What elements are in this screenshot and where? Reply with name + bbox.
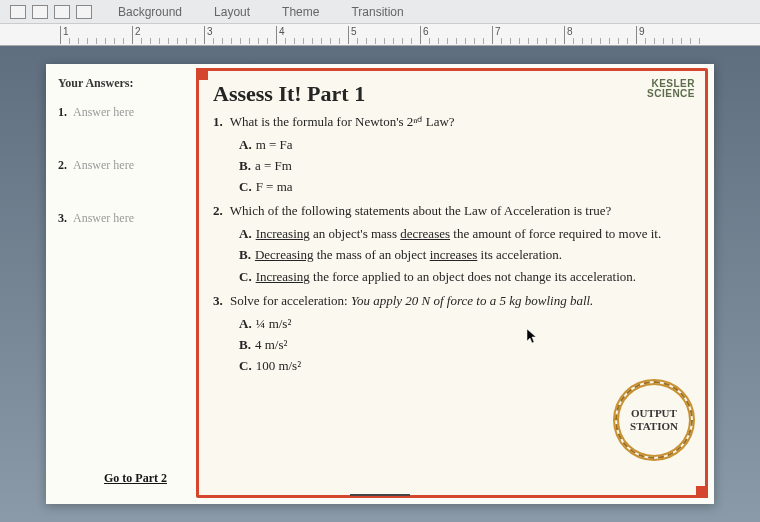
assessment-panel: KESLER SCIENCE Assess It! Part 1 1. What… — [196, 68, 708, 498]
ruler-mark-2: 2 — [132, 26, 141, 44]
q2-prompt: Which of the following statements about … — [230, 203, 612, 218]
q1-opt-c: C.F = ma — [239, 178, 691, 196]
toolbar-icon-group — [10, 5, 92, 19]
toolbar-icon-2[interactable] — [32, 5, 48, 19]
q1-number: 1. — [213, 114, 223, 129]
toolbar-theme[interactable]: Theme — [276, 3, 325, 21]
toolbar-transition[interactable]: Transition — [345, 3, 409, 21]
toolbar-icon-4[interactable] — [76, 5, 92, 19]
page-footer-divider — [350, 494, 410, 496]
answer-num-3: 3. — [58, 211, 67, 226]
brand-logo: KESLER SCIENCE — [647, 79, 695, 99]
answers-title: Your Answers: — [58, 76, 186, 91]
q3-opt-c: C.100 m/s² — [239, 357, 691, 375]
ruler-mark-8: 8 — [564, 26, 573, 44]
q1-prompt: What is the formula for Newton's 2ⁿᵈ Law… — [230, 114, 455, 129]
assessment-title: Assess It! Part 1 — [213, 81, 691, 107]
q3-prompt-italic: You apply 20 N of force to a 5 kg bowlin… — [351, 293, 593, 308]
answers-column: Your Answers: 1. Answer here 2. Answer h… — [46, 64, 196, 504]
q3-opt-a: A.¼ m/s² — [239, 315, 691, 333]
toolbar-icon-3[interactable] — [54, 5, 70, 19]
answer-row-2: 2. Answer here — [58, 158, 186, 173]
q3-opt-b: B.4 m/s² — [239, 336, 691, 354]
question-2: 2. Which of the following statements abo… — [213, 202, 691, 285]
q2-opt-a: A.Increasing an object's mass decreases … — [239, 225, 691, 243]
q2-number: 2. — [213, 203, 223, 218]
ruler-mark-6: 6 — [420, 26, 429, 44]
answer-placeholder-2[interactable]: Answer here — [73, 158, 134, 173]
ruler-mark-9: 9 — [636, 26, 645, 44]
horizontal-ruler: 123456789 — [0, 24, 760, 46]
document-page: Your Answers: 1. Answer here 2. Answer h… — [46, 64, 714, 504]
q3-prompt-lead: Solve for acceleration: — [230, 293, 351, 308]
ruler-mark-4: 4 — [276, 26, 285, 44]
answer-num-2: 2. — [58, 158, 67, 173]
toolbar-background[interactable]: Background — [112, 3, 188, 21]
stamp-ring-icon — [615, 381, 693, 459]
question-3: 3. Solve for acceleration: You apply 20 … — [213, 292, 691, 375]
ruler-mark-1: 1 — [60, 26, 69, 44]
question-1: 1. What is the formula for Newton's 2ⁿᵈ … — [213, 113, 691, 196]
ruler-mark-5: 5 — [348, 26, 357, 44]
toolbar-layout[interactable]: Layout — [208, 3, 256, 21]
ruler-mark-7: 7 — [492, 26, 501, 44]
goto-part-2-link[interactable]: Go to Part 2 — [104, 471, 167, 486]
answer-row-1: 1. Answer here — [58, 105, 186, 120]
q3-number: 3. — [213, 293, 223, 308]
answer-placeholder-3[interactable]: Answer here — [73, 211, 134, 226]
q1-opt-a: A.m = Fa — [239, 136, 691, 154]
app-toolbar: Background Layout Theme Transition — [0, 0, 760, 24]
brand-line2: SCIENCE — [647, 89, 695, 99]
q2-opt-c: C.Increasing the force applied to an obj… — [239, 268, 691, 286]
answer-num-1: 1. — [58, 105, 67, 120]
answer-placeholder-1[interactable]: Answer here — [73, 105, 134, 120]
output-station-stamp: OUTPUT STATION — [615, 381, 693, 459]
q1-opt-b: B.a = Fm — [239, 157, 691, 175]
ruler-mark-3: 3 — [204, 26, 213, 44]
toolbar-icon-1[interactable] — [10, 5, 26, 19]
q2-opt-b: B.Decreasing the mass of an object incre… — [239, 246, 691, 264]
answer-row-3: 3. Answer here — [58, 211, 186, 226]
